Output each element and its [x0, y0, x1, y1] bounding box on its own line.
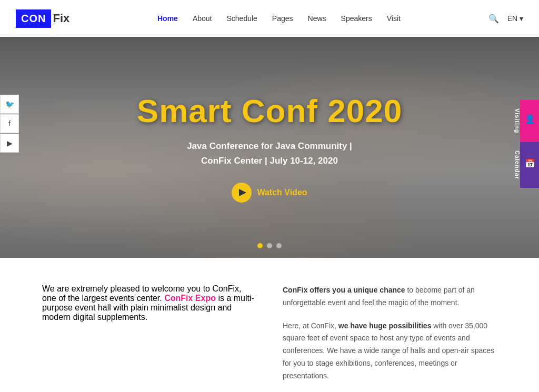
intro-right-para2: Here, at ConFix, we have huge possibilit…: [283, 320, 497, 383]
hero-subtitle: Java Conference for Java Community | Con…: [187, 139, 352, 167]
nav-schedule[interactable]: Schedule: [226, 14, 257, 23]
twitter-icon[interactable]: 🐦: [0, 95, 19, 114]
nav-visit[interactable]: Visit: [387, 14, 401, 23]
intro-right: ConFix offers you a unique chance to bec…: [283, 284, 497, 392]
nav-home[interactable]: Home: [157, 14, 178, 23]
logo-con: CON: [16, 9, 51, 28]
hero-dots: [257, 243, 282, 248]
side-social: 🐦 f ▶: [0, 95, 19, 153]
hero-content: Smart Conf 2020 Java Conference for Java…: [0, 37, 539, 258]
nav-about[interactable]: About: [193, 14, 212, 23]
play-icon: [232, 183, 252, 203]
dot-1[interactable]: [257, 243, 263, 248]
hero-wrapper: 🐦 f ▶ Smart Conf 2020 Java Conference fo…: [0, 37, 539, 258]
hero-section: Smart Conf 2020 Java Conference for Java…: [0, 37, 539, 258]
main-content: We are extremely pleased to welcome you …: [0, 258, 539, 392]
language-selector[interactable]: EN ▾: [507, 14, 523, 23]
main-nav: Home About Schedule Pages News Speakers …: [157, 14, 401, 23]
logo[interactable]: CON Fix: [16, 9, 69, 28]
visiting-tab[interactable]: 👤 Visiting: [520, 100, 539, 142]
visiting-icon: 👤: [525, 114, 535, 125]
hero-title: Smart Conf 2020: [137, 92, 402, 129]
search-icon[interactable]: 🔍: [488, 14, 499, 24]
nav-speakers[interactable]: Speakers: [341, 14, 372, 23]
calendar-tab[interactable]: 📅 Calendar: [520, 142, 539, 188]
nav-news[interactable]: News: [308, 14, 326, 23]
intro-left: We are extremely pleased to welcome you …: [42, 284, 256, 392]
intro-right-para1: ConFix offers you a unique chance to bec…: [283, 284, 497, 309]
dot-2[interactable]: [267, 243, 272, 248]
header: CON Fix Home About Schedule Pages News S…: [0, 0, 539, 37]
watch-video-button[interactable]: Watch Video: [232, 183, 307, 203]
nav-pages[interactable]: Pages: [272, 14, 293, 23]
calendar-icon: 📅: [525, 158, 535, 169]
youtube-icon[interactable]: ▶: [0, 134, 19, 153]
logo-fix: Fix: [53, 12, 69, 25]
nav-right: 🔍 EN ▾: [488, 14, 523, 24]
dot-3[interactable]: [276, 243, 282, 248]
facebook-icon[interactable]: f: [0, 114, 19, 133]
intro-left-text: We are extremely pleased to welcome you …: [42, 284, 256, 322]
side-tabs: 👤 Visiting 📅 Calendar: [520, 100, 539, 188]
